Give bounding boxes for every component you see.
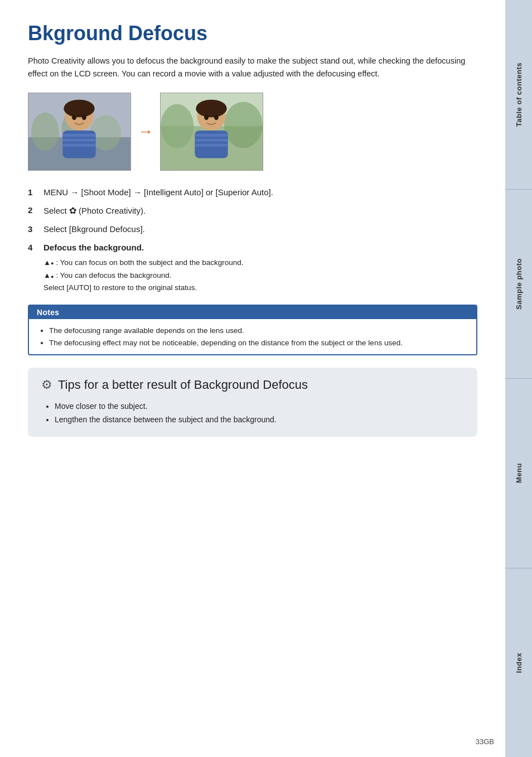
step-2-number: 2 — [28, 204, 43, 217]
step-1-content: MENU → [Shoot Mode] → [Intelligent Auto]… — [43, 186, 477, 199]
page-number: 33GB — [476, 737, 494, 746]
svg-point-23 — [204, 114, 209, 120]
svg-rect-8 — [62, 134, 95, 137]
steps-list: 1 MENU → [Shoot Mode] → [Intelligent Aut… — [28, 186, 477, 295]
substep-3: Select [AUTO] to restore to the original… — [43, 282, 477, 293]
tip-1: Move closer to the subject. — [55, 400, 464, 413]
step-1: 1 MENU → [Shoot Mode] → [Intelligent Aut… — [28, 186, 477, 199]
svg-rect-9 — [62, 139, 95, 142]
substep-2-text: : You can defocus the background. — [56, 270, 171, 281]
svg-point-15 — [161, 104, 194, 148]
svg-point-18 — [196, 100, 226, 118]
step-3: 3 Select [Bkground Defocus]. — [28, 223, 477, 236]
sidebar-tab-sample-label: Sample photo — [515, 258, 523, 310]
before-photo — [28, 93, 131, 171]
step-3-content: Select [Bkground Defocus]. — [43, 223, 477, 236]
svg-point-16 — [224, 102, 263, 148]
page-title: Bkground Defocus — [28, 22, 477, 45]
images-row: → — [28, 93, 477, 171]
step-3-number: 3 — [28, 223, 43, 236]
step-1-number: 1 — [28, 186, 43, 199]
svg-point-11 — [72, 114, 76, 120]
sidebar-tab-sample[interactable]: Sample photo — [505, 190, 532, 379]
sidebar: Table of contents Sample photo Menu Inde… — [505, 0, 532, 757]
notes-box: Notes The defocusing range available dep… — [28, 305, 477, 355]
tips-title: ⚙ Tips for a better result of Background… — [41, 378, 464, 392]
svg-point-6 — [64, 100, 94, 118]
substep-1-text: : You can focus on both the subject and … — [56, 257, 243, 268]
tip-2: Lengthen the distance between the subjec… — [55, 413, 464, 427]
tips-box: ⚙ Tips for a better result of Background… — [28, 368, 477, 437]
notes-header: Notes — [29, 306, 67, 319]
after-photo — [160, 93, 263, 171]
notes-content: The defocusing range available depends o… — [29, 319, 476, 354]
before-after-arrow: → — [138, 123, 153, 141]
substep-2: ▲● : You can defocus the background. — [43, 270, 477, 281]
note-2: The defocusing effect may not be noticea… — [49, 337, 467, 349]
sidebar-tab-menu-label: Menu — [515, 463, 523, 483]
notes-header-row: Notes — [29, 306, 476, 319]
tips-icon: ⚙ — [41, 378, 52, 392]
sidebar-tab-toc-label: Table of contents — [515, 62, 523, 127]
tips-list: Move closer to the subject. Lengthen the… — [41, 400, 464, 427]
step-4: 4 Defocus the background. ▲● : You can f… — [28, 242, 477, 295]
tips-title-text: Tips for a better result of Background D… — [58, 378, 308, 392]
svg-point-12 — [82, 114, 86, 120]
step-4-number: 4 — [28, 242, 43, 254]
step-2-content: Select ✿ (Photo Creativity). — [43, 204, 477, 218]
sidebar-tab-toc[interactable]: Table of contents — [505, 0, 532, 190]
step-4-content: Defocus the background. ▲● : You can foc… — [43, 242, 477, 295]
step-4-substeps: ▲● : You can focus on both the subject a… — [43, 257, 477, 293]
substep-3-text: Select [AUTO] to restore to the original… — [43, 282, 197, 293]
sidebar-tab-menu[interactable]: Menu — [505, 379, 532, 568]
notes-list: The defocusing range available depends o… — [38, 325, 467, 349]
step-4-title: Defocus the background. — [43, 243, 144, 252]
note-1: The defocusing range available depends o… — [49, 325, 467, 337]
svg-rect-22 — [195, 144, 228, 147]
svg-point-24 — [214, 114, 219, 120]
sidebar-tab-index[interactable]: Index — [505, 568, 532, 758]
step-2: 2 Select ✿ (Photo Creativity). — [28, 204, 477, 218]
intro-text: Photo Creativity allows you to defocus t… — [28, 55, 477, 80]
substep-1: ▲● : You can focus on both the subject a… — [43, 257, 477, 268]
svg-point-2 — [31, 112, 59, 151]
svg-rect-20 — [195, 134, 228, 137]
svg-rect-21 — [195, 139, 228, 142]
main-content: Bkground Defocus Photo Creativity allows… — [0, 0, 505, 757]
sidebar-tab-index-label: Index — [515, 653, 523, 673]
svg-rect-10 — [62, 144, 95, 147]
